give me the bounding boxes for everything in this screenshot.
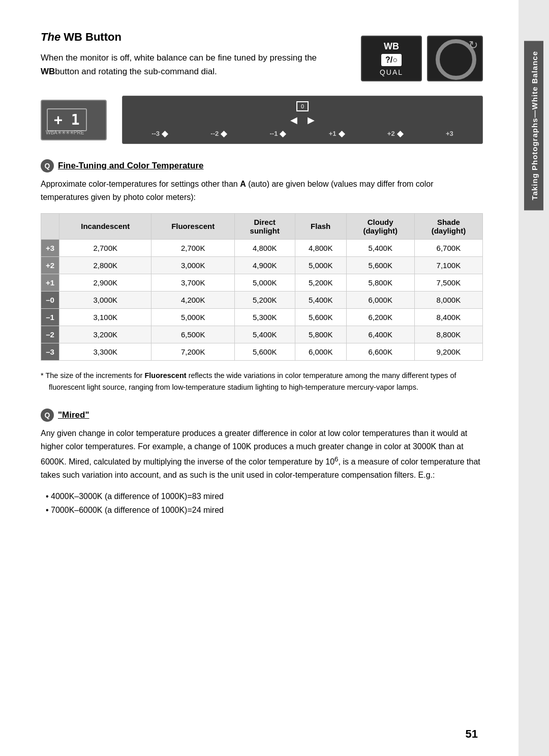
triangle-left: ◀ xyxy=(290,114,297,126)
cell-value: 5,400K xyxy=(234,326,295,343)
scale-item-pos1: +1 ◆ xyxy=(329,129,345,138)
screen-value: + 1 xyxy=(47,108,87,131)
row-label: –1 xyxy=(41,308,59,326)
scale-item-neg2: --2 ◆ xyxy=(210,129,227,138)
mired-title: "Mired" xyxy=(58,410,89,420)
diamond-icon: ◆ xyxy=(221,129,227,138)
fine-tuning-icon: Q xyxy=(41,159,54,172)
col-header-flash: Flash xyxy=(295,213,346,239)
mired-bullets: 4000K–3000K (a difference of 1000K)=83 m… xyxy=(41,489,483,517)
sidebar: Taking Photographs—White Balance xyxy=(518,0,549,756)
col-header-direct-sunlight: Directsunlight xyxy=(234,213,295,239)
fine-tuning-section: Q Fine-Tuning and Color Temperature Appr… xyxy=(41,159,483,393)
mired-section: Q "Mired" Any given change in color temp… xyxy=(41,409,483,517)
scale-item-pos2: +2 ◆ xyxy=(387,129,403,138)
intro-text: When the monitor is off, white balance c… xyxy=(41,51,325,78)
cell-value: 2,800K xyxy=(59,256,151,274)
row-label: +2 xyxy=(41,256,59,274)
scale-zero-box: 0 xyxy=(296,101,309,111)
scale-arrows-row: --3 ◆ --2 ◆ --1 ◆ +1 ◆ +2 ◆ xyxy=(130,129,475,138)
cell-value: 3,100K xyxy=(59,308,151,326)
row-label: –0 xyxy=(41,291,59,308)
cell-value: 3,000K xyxy=(59,291,151,308)
cell-value: 7,500K xyxy=(414,274,482,291)
cell-value: 5,000K xyxy=(151,308,234,326)
cell-value: 2,900K xyxy=(59,274,151,291)
cell-value: 6,600K xyxy=(346,343,414,360)
triangle-right: ▶ xyxy=(308,114,315,126)
table-row: –23,200K6,500K5,400K5,800K6,400K8,800K xyxy=(41,326,483,343)
mired-description: Any given change in color temperature pr… xyxy=(41,427,483,482)
wb-icons-strip: WBA✳✳✳✳PRE xyxy=(46,129,84,135)
cell-value: 6,200K xyxy=(346,308,414,326)
col-header-shade: Shade(daylight) xyxy=(414,213,482,239)
display-area: + 1 WBA✳✳✳✳PRE 0 ◀ ▶ --3 ◆ --2 xyxy=(41,96,483,144)
cell-value: 4,800K xyxy=(295,239,346,256)
cell-value: 4,900K xyxy=(234,256,295,274)
wb-section: The WB Button When the monitor is off, w… xyxy=(41,31,483,91)
col-header-fluorescent: Fluorescent xyxy=(151,213,234,239)
row-label: +3 xyxy=(41,239,59,256)
fine-tuning-title: Fine-Tuning and Color Temperature xyxy=(58,161,204,171)
scale-item-pos3: +3 xyxy=(446,130,453,137)
color-temperature-table: Incandescent Fluorescent Directsunlight … xyxy=(41,213,483,361)
camera-images: WB ?/○ QUAL ↻ xyxy=(361,36,483,81)
lcd-screen: + 1 WBA✳✳✳✳PRE xyxy=(41,100,107,140)
col-header-cloudy: Cloudy(daylight) xyxy=(346,213,414,239)
cell-value: 3,000K xyxy=(151,256,234,274)
table-row: –03,000K4,200K5,200K5,400K6,000K8,000K xyxy=(41,291,483,308)
sidebar-tab: Taking Photographs—White Balance xyxy=(524,41,543,210)
cell-value: 8,000K xyxy=(414,291,482,308)
table-row: +32,700K2,700K4,800K4,800K5,400K6,700K xyxy=(41,239,483,256)
scale-item-neg1: --1 ◆ xyxy=(270,129,286,138)
cell-value: 8,800K xyxy=(414,326,482,343)
cell-value: 5,600K xyxy=(234,343,295,360)
cell-value: 5,600K xyxy=(295,308,346,326)
cell-value: 8,400K xyxy=(414,308,482,326)
cell-value: 6,700K xyxy=(414,239,482,256)
page-content: The WB Button When the monitor is off, w… xyxy=(0,0,518,756)
diamond-icon: ◆ xyxy=(280,129,286,138)
mired-icon: Q xyxy=(41,409,54,422)
table-row: –33,300K7,200K5,600K6,000K6,600K9,200K xyxy=(41,343,483,360)
scale-bar: 0 ◀ ▶ --3 ◆ --2 ◆ --1 ◆ xyxy=(122,96,483,144)
row-label: –3 xyxy=(41,343,59,360)
page-number: 51 xyxy=(466,728,478,741)
triangle-indicators: ◀ ▶ xyxy=(130,114,475,126)
wb-text-area: The WB Button When the monitor is off, w… xyxy=(41,31,351,91)
cell-value: 9,200K xyxy=(414,343,482,360)
cell-value: 5,800K xyxy=(346,274,414,291)
cell-value: 5,200K xyxy=(295,274,346,291)
mired-header: Q "Mired" xyxy=(41,409,483,422)
wb-icon: ?/○ xyxy=(381,54,402,66)
row-label: +1 xyxy=(41,274,59,291)
cell-value: 2,700K xyxy=(59,239,151,256)
cell-value: 5,300K xyxy=(234,308,295,326)
table-row: +12,900K3,700K5,000K5,200K5,800K7,500K xyxy=(41,274,483,291)
camera-dial: ↻ xyxy=(427,36,483,81)
cell-value: 6,000K xyxy=(295,343,346,360)
scale-indicator: 0 xyxy=(130,101,475,111)
section-title: The WB Button xyxy=(41,31,351,44)
scale-item-neg3: --3 ◆ xyxy=(151,129,168,138)
diamond-icon: ◆ xyxy=(397,129,403,138)
cell-value: 3,300K xyxy=(59,343,151,360)
col-header-label xyxy=(41,213,59,239)
camera-wb-button: WB ?/○ QUAL xyxy=(361,36,422,81)
cell-value: 4,800K xyxy=(234,239,295,256)
cell-value: 7,200K xyxy=(151,343,234,360)
cell-value: 7,100K xyxy=(414,256,482,274)
table-header: Incandescent Fluorescent Directsunlight … xyxy=(41,213,483,239)
table-footnote: * The size of the increments for Fluores… xyxy=(41,370,483,393)
cell-value: 4,200K xyxy=(151,291,234,308)
cell-value: 3,700K xyxy=(151,274,234,291)
cell-value: 5,800K xyxy=(295,326,346,343)
cell-value: 5,400K xyxy=(346,239,414,256)
fine-tuning-header: Q Fine-Tuning and Color Temperature xyxy=(41,159,483,172)
diamond-icon: ◆ xyxy=(339,129,345,138)
row-label: –2 xyxy=(41,326,59,343)
list-item: 4000K–3000K (a difference of 1000K)=83 m… xyxy=(46,489,483,503)
cell-value: 5,200K xyxy=(234,291,295,308)
cell-value: 5,400K xyxy=(295,291,346,308)
list-item: 7000K–6000K (a difference of 1000K)=24 m… xyxy=(46,503,483,517)
